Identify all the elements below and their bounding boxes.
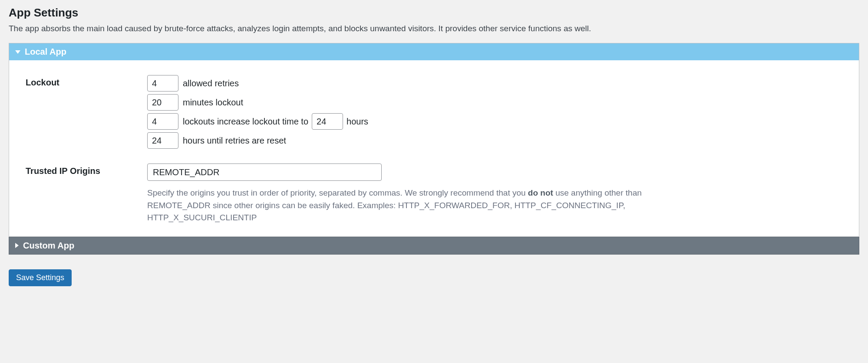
custom-app-title: Custom App: [23, 241, 74, 251]
caret-down-icon: [15, 50, 20, 54]
lockout-fields: allowed retries minutes lockout lockouts…: [147, 75, 842, 149]
local-app-section: Local App Lockout allowed retries minute…: [9, 43, 859, 237]
local-app-header[interactable]: Local App: [9, 43, 859, 60]
allowed-retries-line: allowed retries: [147, 75, 842, 92]
trusted-ip-label: Trusted IP Origins: [26, 164, 147, 176]
trusted-ip-help-pre: Specify the origins you trust in order o…: [147, 188, 528, 197]
hours-until-reset-input[interactable]: [147, 132, 178, 149]
allowed-retries-input[interactable]: [147, 75, 178, 92]
trusted-ip-field: Specify the origins you trust in order o…: [147, 164, 842, 224]
lockouts-increase-label-pre: lockouts increase lockout time to: [183, 117, 308, 127]
save-settings-button[interactable]: Save Settings: [9, 269, 72, 286]
lockouts-increase-label-post: hours: [347, 117, 368, 127]
trusted-ip-help-bold: do not: [528, 188, 553, 197]
local-app-body: Lockout allowed retries minutes lockout …: [9, 60, 859, 236]
lockout-row: Lockout allowed retries minutes lockout …: [26, 75, 842, 149]
lockout-label: Lockout: [26, 75, 147, 88]
allowed-retries-label: allowed retries: [183, 78, 239, 88]
hours-until-reset-label: hours until retries are reset: [183, 136, 286, 146]
minutes-lockout-input[interactable]: [147, 94, 178, 111]
minutes-lockout-label: minutes lockout: [183, 98, 243, 108]
lockouts-increase-count-input[interactable]: [147, 113, 178, 130]
trusted-ip-help: Specify the origins you trust in order o…: [147, 187, 642, 224]
custom-app-header[interactable]: Custom App: [9, 237, 859, 255]
minutes-lockout-line: minutes lockout: [147, 94, 842, 111]
caret-right-icon: [15, 243, 19, 248]
page-title: App Settings: [9, 6, 859, 20]
hours-until-reset-line: hours until retries are reset: [147, 132, 842, 149]
lockouts-increase-hours-input[interactable]: [312, 113, 343, 130]
trusted-ip-row: Trusted IP Origins Specify the origins y…: [26, 164, 842, 224]
local-app-title: Local App: [25, 47, 66, 57]
lockouts-increase-line: lockouts increase lockout time to hours: [147, 113, 842, 130]
trusted-ip-input[interactable]: [147, 164, 382, 181]
page-description: The app absorbs the main load caused by …: [9, 24, 859, 33]
